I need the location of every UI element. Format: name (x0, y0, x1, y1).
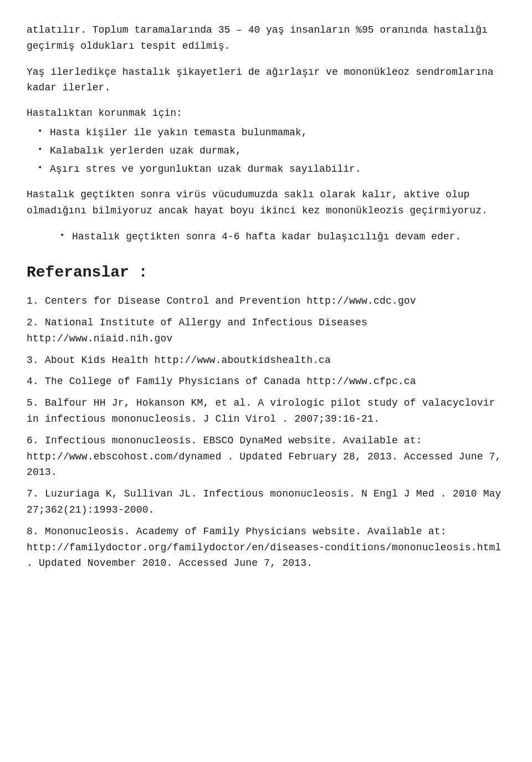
indent-bullet-list: Hastalık geçtikten sonra 4-6 hafta kadar… (60, 229, 505, 245)
page-content: atlatılır. Toplum taramalarında 35 – 40 … (27, 22, 505, 571)
list-item: Kalabalık yerlerden uzak durmak, (38, 143, 505, 159)
list-item: Hasta kişiler ile yakın temasta bulunmam… (38, 125, 505, 141)
ref-7: 7. Luzuriaga K, Sullivan JL. Infectious … (27, 486, 505, 518)
paragraph-2: Yaş ilerledikçe hastalık şikayetleri de … (27, 64, 505, 96)
references-block: 1. Centers for Disease Control and Preve… (27, 293, 505, 571)
ref-5: 5. Balfour HH Jr, Hokanson KM, et al. A … (27, 395, 505, 427)
indent-list-item: Hastalık geçtikten sonra 4-6 hafta kadar… (60, 229, 505, 245)
paragraph-3: Hastalık geçtikten sonra virüs vücudumuz… (27, 187, 505, 219)
ref-1: 1. Centers for Disease Control and Preve… (27, 293, 505, 309)
list-item: Aşırı stres ve yorgunluktan uzak durmak … (38, 161, 505, 177)
prevention-title: Hastalıktan korunmak için: (27, 106, 505, 121)
ref-3: 3. About Kids Health http://www.aboutkid… (27, 352, 505, 369)
ref-6: 6. Infectious mononucleosis. EBSCO DynaM… (27, 433, 505, 480)
prevention-list: Hasta kişiler ile yakın temasta bulunmam… (38, 125, 505, 177)
references-heading: Referanslar : (27, 260, 505, 284)
paragraph-1: atlatılır. Toplum taramalarında 35 – 40 … (27, 22, 505, 54)
ref-8: 8. Mononucleosis. Academy of Family Phys… (27, 524, 505, 571)
ref-4: 4. The College of Family Physicians of C… (27, 374, 505, 390)
prevention-section: Hastalıktan korunmak için: Hasta kişiler… (27, 106, 505, 177)
ref-2: 2. National Institute of Allergy and Inf… (27, 315, 505, 347)
